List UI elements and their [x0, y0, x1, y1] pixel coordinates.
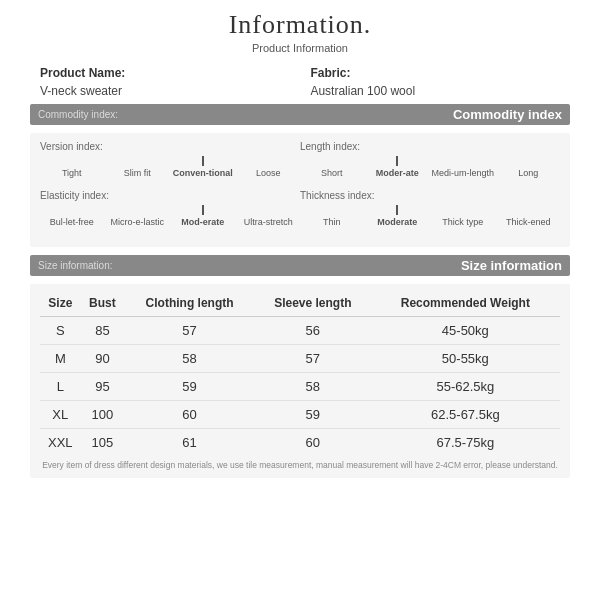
- table-cell: 56: [255, 317, 371, 345]
- length-medium: Medi-um-length: [431, 156, 495, 178]
- table-cell: 57: [124, 317, 255, 345]
- table-cell: 61: [124, 429, 255, 457]
- table-cell: 67.5-75kg: [371, 429, 560, 457]
- elasticity-scale: Bul-let-free Micro-e-lastic Mod-erate Ul…: [40, 205, 300, 227]
- elasticity-ultra: Ultra-stretch: [237, 205, 301, 227]
- table-cell: 60: [124, 401, 255, 429]
- length-scale: Short Moder-ate Medi-um-length Long: [300, 156, 560, 178]
- col-clothing-length: Clothing length: [124, 292, 255, 317]
- elasticity-micro: Micro-e-lastic: [106, 205, 170, 227]
- table-header-row: Size Bust Clothing length Sleeve length …: [40, 292, 560, 317]
- commodity-header-left: Commodity index:: [38, 109, 118, 120]
- fabric-col: Fabric: Australian 100 wool: [310, 66, 560, 98]
- footer-note: Every item of dress different design mat…: [40, 460, 560, 470]
- table-row: XXL105616067.5-75kg: [40, 429, 560, 457]
- thickness-scale: Thin Moderate Thick type Thick-ened: [300, 205, 560, 227]
- table-cell: 45-50kg: [371, 317, 560, 345]
- table-cell: M: [40, 345, 81, 373]
- table-cell: 57: [255, 345, 371, 373]
- version-label: Version index:: [40, 141, 300, 152]
- table-cell: 60: [255, 429, 371, 457]
- table-row: XL100605962.5-67.5kg: [40, 401, 560, 429]
- commodity-section: Commodity index: Commodity index Version…: [30, 104, 570, 247]
- table-cell: 90: [81, 345, 125, 373]
- table-cell: S: [40, 317, 81, 345]
- thickness-index: Thickness index: Thin Moderate Thick typ…: [300, 190, 560, 229]
- commodity-header-right: Commodity index: [453, 107, 562, 122]
- elasticity-label: Elasticity index:: [40, 190, 300, 201]
- table-row: S85575645-50kg: [40, 317, 560, 345]
- col-size: Size: [40, 292, 81, 317]
- commodity-header: Commodity index: Commodity index: [30, 104, 570, 125]
- elasticity-moderate: Mod-erate: [171, 205, 235, 227]
- thickness-thin: Thin: [300, 205, 364, 227]
- fabric-value: Australian 100 wool: [310, 84, 560, 98]
- index-row-2: Elasticity index: Bul-let-free Micro-e-l…: [40, 190, 560, 229]
- table-cell: 62.5-67.5kg: [371, 401, 560, 429]
- version-slim: Slim fit: [106, 156, 170, 178]
- col-bust: Bust: [81, 292, 125, 317]
- version-tight: Tight: [40, 156, 104, 178]
- table-cell: 105: [81, 429, 125, 457]
- length-long: Long: [497, 156, 561, 178]
- table-cell: XL: [40, 401, 81, 429]
- table-cell: 59: [255, 401, 371, 429]
- thickness-thickened: Thick-ened: [497, 205, 561, 227]
- elasticity-index: Elasticity index: Bul-let-free Micro-e-l…: [40, 190, 300, 229]
- elasticity-bulletfree: Bul-let-free: [40, 205, 104, 227]
- size-section: Size information: Size information Size …: [30, 255, 570, 478]
- product-name-label: Product Name:: [40, 66, 290, 80]
- length-short: Short: [300, 156, 364, 178]
- page-container: Information. Product Information Product…: [0, 0, 600, 600]
- table-cell: 58: [124, 345, 255, 373]
- col-weight: Recommended Weight: [371, 292, 560, 317]
- table-cell: 58: [255, 373, 371, 401]
- table-cell: 50-55kg: [371, 345, 560, 373]
- table-cell: 100: [81, 401, 125, 429]
- commodity-content: Version index: Tight Slim fit Conven-tio…: [30, 133, 570, 247]
- table-row: L95595855-62.5kg: [40, 373, 560, 401]
- version-scale: Tight Slim fit Conven-tional Loose: [40, 156, 300, 178]
- page-title: Information.: [30, 10, 570, 40]
- table-cell: 95: [81, 373, 125, 401]
- version-loose: Loose: [237, 156, 301, 178]
- thickness-thick: Thick type: [431, 205, 495, 227]
- size-header: Size information: Size information: [30, 255, 570, 276]
- length-moderate: Moder-ate: [366, 156, 430, 178]
- size-table: Size Bust Clothing length Sleeve length …: [40, 292, 560, 456]
- table-cell: 85: [81, 317, 125, 345]
- version-index: Version index: Tight Slim fit Conven-tio…: [40, 141, 300, 180]
- page-subtitle: Product Information: [30, 42, 570, 54]
- size-header-right: Size information: [461, 258, 562, 273]
- table-cell: 59: [124, 373, 255, 401]
- table-row: M90585750-55kg: [40, 345, 560, 373]
- product-name-col: Product Name: V-neck sweater: [40, 66, 290, 98]
- length-label: Length index:: [300, 141, 560, 152]
- version-conventional: Conven-tional: [171, 156, 235, 178]
- product-info: Product Name: V-neck sweater Fabric: Aus…: [30, 66, 570, 98]
- table-cell: L: [40, 373, 81, 401]
- index-row-1: Version index: Tight Slim fit Conven-tio…: [40, 141, 560, 180]
- length-index: Length index: Short Moder-ate Medi-um-le…: [300, 141, 560, 180]
- table-cell: 55-62.5kg: [371, 373, 560, 401]
- table-cell: XXL: [40, 429, 81, 457]
- thickness-moderate: Moderate: [366, 205, 430, 227]
- col-sleeve-length: Sleeve length: [255, 292, 371, 317]
- size-content: Size Bust Clothing length Sleeve length …: [30, 284, 570, 478]
- product-name-value: V-neck sweater: [40, 84, 290, 98]
- fabric-label: Fabric:: [310, 66, 560, 80]
- thickness-label: Thickness index:: [300, 190, 560, 201]
- size-header-left: Size information:: [38, 260, 112, 271]
